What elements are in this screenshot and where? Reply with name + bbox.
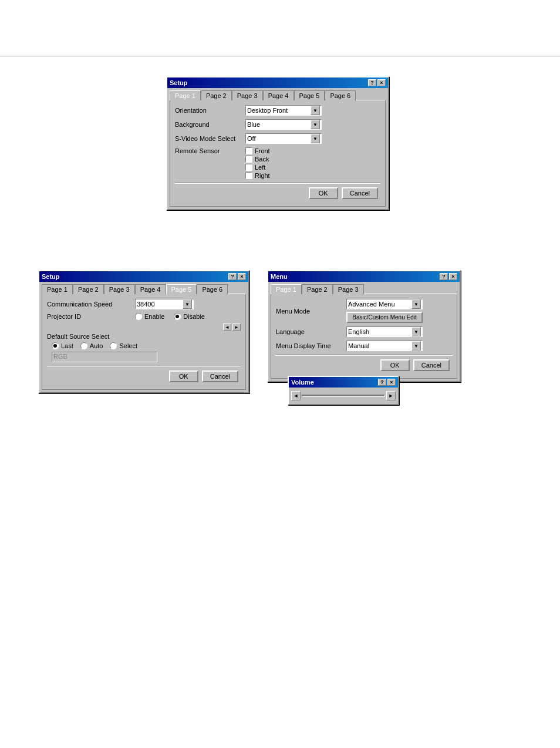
tab-page6-d2[interactable]: Page 6 (197, 284, 228, 294)
volume-right-btn[interactable]: ► (386, 391, 396, 400)
tab-page2-d2[interactable]: Page 2 (73, 284, 104, 294)
projector-disable-radio-item: Disable (174, 313, 205, 320)
source-last-item: Last (52, 342, 73, 349)
close-button-2[interactable]: × (238, 273, 246, 280)
left-checkbox[interactable] (245, 164, 252, 171)
projector-disable-radio[interactable] (174, 313, 181, 320)
comm-speed-arrow[interactable]: ▼ (183, 299, 192, 309)
svideo-label: S-Video Mode Select (175, 135, 245, 142)
right-label: Right (255, 172, 270, 179)
dialog2-cancel-btn[interactable]: Cancel (202, 370, 238, 382)
basic-custom-menu-btn[interactable]: Basic/Custom Menu Edit (346, 312, 423, 323)
projector-enable-label: Enable (144, 313, 164, 320)
front-checkbox-item: Front (245, 147, 270, 154)
tab-page5-d2[interactable]: Page 5 (166, 284, 197, 294)
tab-page1-d3[interactable]: Page 1 (271, 284, 302, 294)
dialog1-panel: Orientation Desktop Front ▼ Background B… (170, 100, 386, 207)
help-button-1[interactable]: ? (368, 79, 376, 86)
dialog1-content: Page 1 Page 2 Page 3 Page 4 Page 5 Page … (167, 88, 388, 209)
orientation-row: Orientation Desktop Front ▼ (175, 105, 380, 116)
tab-page5-d1[interactable]: Page 5 (294, 90, 325, 100)
menu-display-arrow[interactable]: ▼ (411, 341, 421, 351)
dialog1-ok-btn[interactable]: OK (309, 187, 338, 199)
left-checkbox-item: Left (245, 164, 270, 171)
page-next-btn[interactable]: ► (232, 324, 241, 331)
setup-dialog-2: Setup ? × Page 1 Page 2 Page 3 Page 4 Pa… (38, 270, 249, 393)
dialog2-ok-btn[interactable]: OK (169, 370, 198, 382)
background-label: Background (175, 121, 245, 128)
close-button-4[interactable]: × (387, 379, 396, 386)
svideo-select[interactable]: Off ▼ (245, 133, 322, 144)
tab-page2-d3[interactable]: Page 2 (302, 284, 333, 294)
volume-slider[interactable]: ◄ ► (291, 390, 396, 402)
page-prev-btn[interactable]: ◄ (223, 324, 231, 331)
dialog3-tabs: Page 1 Page 2 Page 3 (271, 284, 457, 294)
projector-id-label: Projector ID (47, 313, 135, 320)
svideo-row: S-Video Mode Select Off ▼ (175, 133, 380, 144)
source-auto-radio[interactable] (80, 342, 87, 349)
projector-enable-radio[interactable] (135, 313, 142, 320)
background-arrow[interactable]: ▼ (311, 120, 320, 129)
help-button-4[interactable]: ? (378, 379, 386, 386)
source-last-label: Last (61, 342, 73, 349)
orientation-arrow[interactable]: ▼ (311, 106, 320, 115)
dialog3-panel: Menu Mode Advanced Menu ▼ Basic/Custom M… (271, 294, 457, 379)
source-last-radio[interactable] (52, 342, 59, 349)
menu-mode-row: Menu Mode Advanced Menu ▼ Basic/Custom M… (276, 299, 452, 323)
language-arrow[interactable]: ▼ (411, 327, 421, 336)
dialog3-cancel-btn[interactable]: Cancel (413, 359, 450, 371)
back-checkbox[interactable] (245, 156, 252, 163)
tab-page3-d3[interactable]: Page 3 (333, 284, 364, 294)
remote-sensor-checkboxes: Front Back Left Right (245, 147, 270, 179)
tab-page1-d1[interactable]: Page 1 (170, 90, 201, 100)
tab-page4-d1[interactable]: Page 4 (263, 90, 294, 100)
front-label: Front (255, 147, 270, 154)
menu-mode-arrow[interactable]: ▼ (411, 299, 421, 309)
orientation-select[interactable]: Desktop Front ▼ (245, 105, 322, 116)
close-button-3[interactable]: × (449, 273, 457, 280)
setup-dialog-1-title: Setup (170, 79, 188, 86)
titlebar-buttons-3: ? × (440, 273, 457, 280)
tab-page3-d2[interactable]: Page 3 (104, 284, 135, 294)
tab-page3-d1[interactable]: Page 3 (232, 90, 263, 100)
projector-enable-radio-item: Enable (135, 313, 164, 320)
source-select-radio[interactable] (110, 342, 117, 349)
front-checkbox[interactable] (245, 147, 252, 154)
dialog1-tabs: Page 1 Page 2 Page 3 Page 4 Page 5 Page … (170, 90, 386, 100)
volume-left-btn[interactable]: ◄ (291, 391, 301, 400)
dialog3-buttons: OK Cancel (276, 358, 452, 373)
menu-display-select[interactable]: Manual ▼ (346, 341, 423, 351)
help-button-2[interactable]: ? (228, 273, 237, 280)
orientation-label: Orientation (175, 107, 245, 114)
projector-id-row: Projector ID Enable Disable (47, 313, 241, 320)
source-dropdown: RGB (52, 352, 157, 362)
svideo-arrow[interactable]: ▼ (311, 134, 320, 143)
tab-page6-d1[interactable]: Page 6 (325, 90, 356, 100)
remote-sensor-label: Remote Sensor (175, 147, 245, 154)
tab-page1-d2[interactable]: Page 1 (42, 284, 73, 294)
help-button-3[interactable]: ? (440, 273, 448, 280)
dialog3-ok-btn[interactable]: OK (380, 359, 410, 371)
language-select[interactable]: English ▼ (346, 326, 423, 337)
titlebar-buttons-2: ? × (228, 273, 246, 280)
menu-mode-select[interactable]: Advanced Menu ▼ (346, 299, 423, 309)
menu-display-row: Menu Display Time Manual ▼ (276, 341, 452, 351)
right-checkbox[interactable] (245, 172, 252, 179)
setup-dialog-2-title: Setup (42, 273, 60, 280)
dialog1-buttons: OK Cancel (175, 186, 380, 201)
titlebar-buttons-4: ? × (378, 379, 396, 386)
menu-mode-label: Menu Mode (276, 308, 346, 315)
dialog1-cancel-btn[interactable]: Cancel (342, 187, 378, 199)
source-select-label: Select (119, 342, 137, 349)
background-select[interactable]: Blue ▼ (245, 119, 322, 130)
dialog2-panel: Communication Speed 38400 ▼ Projector ID… (42, 294, 246, 390)
setup-dialog-1: Setup ? × Page 1 Page 2 Page 3 Page 4 Pa… (166, 76, 389, 210)
menu-display-label: Menu Display Time (276, 342, 346, 349)
tab-page4-d2[interactable]: Page 4 (135, 284, 166, 294)
tab-page2-d1[interactable]: Page 2 (201, 90, 232, 100)
comm-speed-select[interactable]: 38400 ▼ (135, 299, 194, 309)
close-button-1[interactable]: × (377, 79, 386, 86)
default-source-row: Default Source Select Last Auto Select (47, 333, 241, 362)
projector-disable-label: Disable (183, 313, 205, 320)
page-indicator: ◄ ► (223, 324, 241, 331)
